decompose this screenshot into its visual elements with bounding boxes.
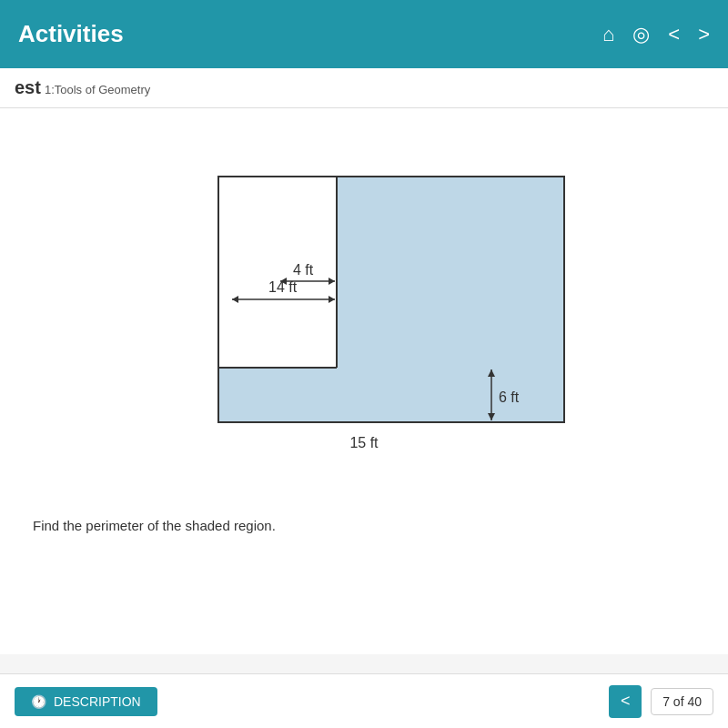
- footer: 🕐 DESCRIPTION < 7 of 40: [0, 673, 728, 728]
- description-button[interactable]: 🕐 DESCRIPTION: [15, 687, 157, 716]
- breadcrumb: est1:Tools of Geometry: [0, 68, 728, 108]
- header-icons: ⌂ ◎ < >: [602, 23, 710, 46]
- chevron-right-icon[interactable]: >: [698, 23, 710, 46]
- target-icon[interactable]: ◎: [632, 23, 650, 46]
- header-title: Activities: [18, 20, 124, 48]
- label-4ft: 4 ft: [293, 262, 314, 278]
- description-label: DESCRIPTION: [54, 694, 141, 709]
- prev-button[interactable]: <: [609, 685, 642, 718]
- question-text: Find the perimeter of the shaded region.: [18, 509, 710, 542]
- nav-right: < 7 of 40: [609, 685, 713, 718]
- chevron-left-icon[interactable]: <: [668, 23, 680, 46]
- clock-icon: 🕐: [31, 694, 46, 709]
- label-6ft: 6 ft: [499, 389, 520, 405]
- header: Activities ⌂ ◎ < >: [0, 0, 728, 68]
- label-15ft: 15 ft: [349, 435, 379, 450]
- diagram-svg: 14 ft 4 ft 6 ft 15 ft: [127, 145, 601, 490]
- main-content: 14 ft 4 ft 6 ft 15 ft Find the perimeter…: [0, 108, 728, 654]
- page-indicator: 7 of 40: [651, 688, 713, 715]
- breadcrumb-sub: 1:Tools of Geometry: [45, 83, 150, 96]
- breadcrumb-est: est: [15, 77, 41, 97]
- home-icon[interactable]: ⌂: [602, 23, 614, 46]
- diagram-container: 14 ft 4 ft 6 ft 15 ft: [127, 145, 601, 490]
